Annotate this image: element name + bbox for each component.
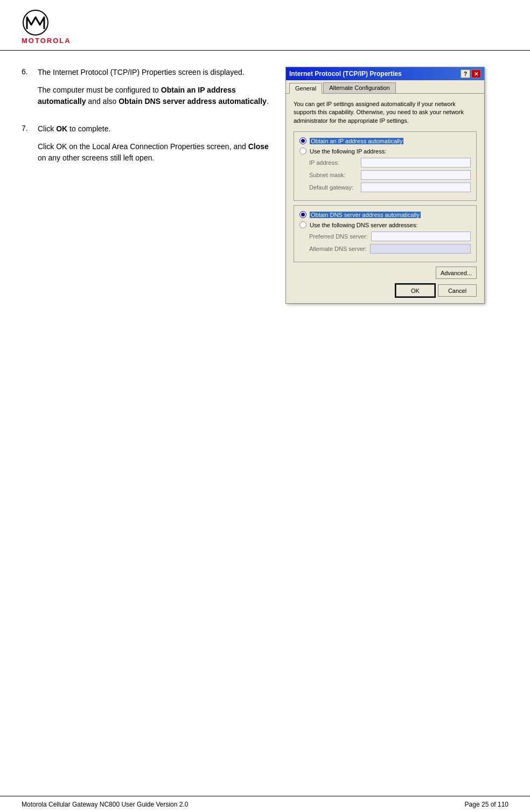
radio-use-ip[interactable] <box>299 148 306 155</box>
step-6: 6. The Internet Protocol (TCP/IP) Proper… <box>22 67 269 114</box>
page-footer: Motorola Cellular Gateway NC800 User Gui… <box>0 796 530 812</box>
alternate-dns-label: Alternate DNS server: <box>309 246 367 252</box>
step-6-para2: The computer must be configured to Obtai… <box>38 85 269 107</box>
motorola-m-icon <box>22 10 50 36</box>
help-button[interactable]: ? <box>461 69 470 78</box>
cancel-button[interactable]: Cancel <box>438 284 477 297</box>
motorola-text: MOTOROLA <box>22 37 71 45</box>
radio-obtain-ip[interactable] <box>299 137 306 144</box>
step-7-para2: Click OK on the Local Area Connection Pr… <box>38 141 269 164</box>
radio-obtain-ip-row: Obtain an IP address automatically <box>299 137 471 144</box>
step-6-content: The Internet Protocol (TCP/IP) Propertie… <box>38 67 269 114</box>
radio-obtain-ip-label: Obtain an IP address automatically <box>310 138 403 144</box>
tcpip-properties-dialog: Internet Protocol (TCP/IP) Properties ? … <box>285 67 485 304</box>
default-gateway-row: Default gateway: <box>299 183 471 192</box>
dialog-body: You can get IP settings assigned automat… <box>286 94 484 303</box>
right-column: Internet Protocol (TCP/IP) Properties ? … <box>285 67 485 304</box>
step-7-para1: Click OK to complete. <box>38 123 269 135</box>
tab-alternate-config[interactable]: Alternate Configuration <box>323 82 396 93</box>
dialog-tabs: General Alternate Configuration <box>286 80 484 94</box>
alternate-dns-input[interactable] <box>370 244 471 254</box>
left-column: 6. The Internet Protocol (TCP/IP) Proper… <box>22 67 269 304</box>
ip-address-row: IP address: <box>299 158 471 167</box>
page-header: MOTOROLA <box>0 0 530 51</box>
step-6-para1: The Internet Protocol (TCP/IP) Propertie… <box>38 67 269 78</box>
dialog-description: You can get IP settings assigned automat… <box>294 100 477 125</box>
dialog-title: Internet Protocol (TCP/IP) Properties <box>289 70 402 78</box>
ip-address-input[interactable] <box>361 158 471 167</box>
default-gateway-label: Default gateway: <box>309 184 358 191</box>
preferred-dns-input[interactable] <box>371 232 471 241</box>
preferred-dns-label: Preferred DNS server: <box>309 233 368 240</box>
main-content: 6. The Internet Protocol (TCP/IP) Proper… <box>0 51 530 304</box>
subnet-mask-row: Subnet mask: <box>299 170 471 180</box>
subnet-mask-label: Subnet mask: <box>309 172 358 178</box>
radio-use-dns-label: Use the following DNS server addresses: <box>310 222 418 228</box>
radio-use-ip-row: Use the following IP address: <box>299 148 471 155</box>
step-7-content: Click OK to complete. Click OK on the Lo… <box>38 123 269 170</box>
footer-left: Motorola Cellular Gateway NC800 User Gui… <box>22 801 188 808</box>
ip-address-label: IP address: <box>309 159 358 166</box>
radio-obtain-dns-label: Obtain DNS server address automatically <box>310 212 421 218</box>
dns-section: Obtain DNS server address automatically … <box>294 205 477 262</box>
radio-use-dns-row: Use the following DNS server addresses: <box>299 221 471 228</box>
alternate-dns-row: Alternate DNS server: <box>299 244 471 254</box>
radio-use-ip-label: Use the following IP address: <box>310 148 386 155</box>
step-7-number: 7. <box>22 123 32 170</box>
motorola-logo: MOTOROLA <box>22 10 71 45</box>
dialog-titlebar: Internet Protocol (TCP/IP) Properties ? … <box>286 67 484 80</box>
close-button[interactable]: ✕ <box>471 69 481 78</box>
radio-use-dns[interactable] <box>299 221 306 228</box>
ip-address-section: Obtain an IP address automatically Use t… <box>294 131 477 201</box>
advanced-row: Advanced... <box>294 267 477 279</box>
radio-obtain-dns[interactable] <box>299 211 306 218</box>
ok-button[interactable]: OK <box>396 284 435 297</box>
dialog-buttons: OK Cancel <box>294 284 477 297</box>
advanced-button[interactable]: Advanced... <box>436 267 477 279</box>
tab-general[interactable]: General <box>289 83 322 94</box>
radio-obtain-dns-row: Obtain DNS server address automatically <box>299 211 471 218</box>
preferred-dns-row: Preferred DNS server: <box>299 232 471 241</box>
step-7: 7. Click OK to complete. Click OK on the… <box>22 123 269 170</box>
default-gateway-input[interactable] <box>361 183 471 192</box>
subnet-mask-input[interactable] <box>361 170 471 180</box>
titlebar-buttons: ? ✕ <box>461 69 481 78</box>
footer-right: Page 25 of 110 <box>465 801 508 808</box>
step-6-number: 6. <box>22 67 32 114</box>
